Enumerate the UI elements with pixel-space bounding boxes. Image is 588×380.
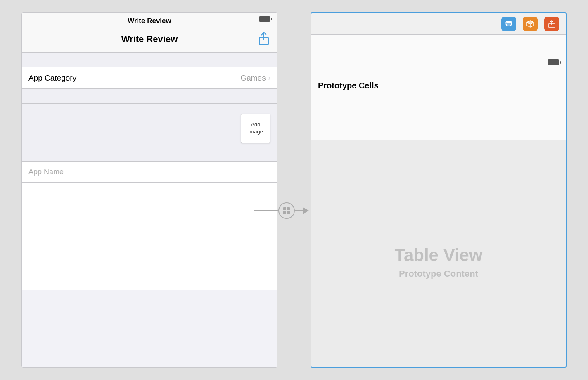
add-image-button[interactable]: AddImage [241,114,270,143]
cube-toolbar-button[interactable] [523,17,538,31]
share-button[interactable] [257,31,270,48]
arrow-line-right [295,210,303,211]
app-category-label: App Category [28,74,76,83]
section-separator-2 [22,89,277,104]
segue-circle [278,202,295,219]
grid-cell-2 [287,207,290,210]
storyboard-statusbar [311,35,566,76]
tableview-area: Table View Prototype Content [311,140,566,368]
app-category-value-wrapper: Games › [240,74,270,83]
export-toolbar-button[interactable] [544,17,559,31]
segue-arrow-connector [254,202,309,219]
tableview-label: Table View [394,245,482,265]
grid-icon [283,207,290,214]
prototype-cells-area [311,95,566,140]
app-name-field-wrapper [22,162,277,183]
document-toolbar-button[interactable] [501,17,516,31]
battery-icon [259,16,270,22]
review-text-area[interactable] [22,183,277,290]
app-category-row[interactable]: App Category Games › [22,67,277,89]
storyboard-toolbar [311,13,566,35]
image-area: AddImage [22,104,277,162]
prototype-cells-title: Prototype Cells [318,81,379,90]
grid-cell-3 [283,211,286,214]
section-separator-1 [22,52,277,67]
prototype-cells-header: Prototype Cells [311,76,566,95]
arrow-head-icon [303,207,309,214]
storyboard-battery-icon [548,59,559,65]
arrow-line-left [254,210,278,211]
storyboard-panel: Prototype Cells Table View Prototype Con… [311,12,567,368]
title-bar: Write Review [22,13,277,26]
grid-cell-4 [287,211,290,214]
chevron-icon: › [268,74,270,82]
svg-marker-5 [527,21,533,24]
app-name-input[interactable] [28,168,270,176]
nav-title: Write Review [121,34,178,45]
nav-bar: Write Review [22,26,277,52]
ios-screen-left: Write Review Write Review App Category G… [21,12,277,368]
app-category-value: Games [240,74,266,83]
grid-cell-1 [283,207,286,210]
tableview-sublabel: Prototype Content [399,268,478,279]
title-bar-text: Write Review [128,17,171,25]
canvas-area: Write Review Write Review App Category G… [0,0,588,380]
